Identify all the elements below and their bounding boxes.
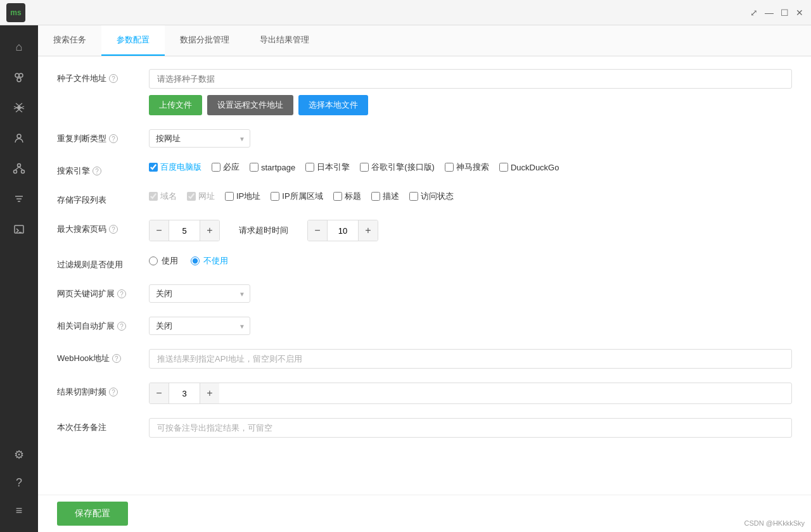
upload-file-button[interactable]: 上传文件 [149,95,202,115]
close-button[interactable]: ✕ [795,8,805,18]
svg-line-11 [21,108,24,109]
seed-file-help-icon[interactable]: ? [109,74,118,83]
svg-point-13 [18,164,21,167]
move-icon[interactable]: ⤢ [749,8,759,18]
maximize-button[interactable]: ☐ [779,8,789,18]
filter-rule-use-label: 使用 [162,255,178,267]
filter-rule-use-radio[interactable] [149,256,158,265]
webhook-input[interactable] [149,349,792,369]
minimize-button[interactable]: — [764,8,774,18]
keyword-expand-help-icon[interactable]: ? [117,289,126,298]
tab-export-results[interactable]: 导出结果管理 [245,25,324,56]
dedup-type-select[interactable]: 按网址 按域名 按标题 [149,129,250,148]
set-remote-file-button[interactable]: 设置远程文件地址 [207,95,293,115]
engine-baidu-checkbox[interactable] [149,163,158,172]
sidebar-item-terminal[interactable] [6,217,32,242]
keyword-expand-select[interactable]: 关闭 开启 [149,284,250,303]
max-pages-control: − + 请求超时时间 − + [149,220,792,241]
field-visit-status-label: 访问状态 [421,191,454,202]
filter-rule-nouse-radio[interactable] [191,256,200,265]
timeout-decrement-button[interactable]: − [308,220,327,241]
bottom-bar: 保存配置 [38,495,811,532]
filter-rule-use[interactable]: 使用 [149,255,178,267]
engine-japan-checkbox[interactable] [305,163,314,172]
svg-line-10 [14,108,17,109]
field-ip-region[interactable]: IP所属区域 [271,191,322,202]
engine-startpage[interactable]: startpage [250,163,295,172]
tab-search-task[interactable]: 搜索任务 [38,25,101,56]
related-expand-label: 相关词自动扩展 ? [57,317,149,332]
cut-freq-decrement-button[interactable]: − [150,383,169,403]
sidebar-item-help[interactable]: ? [6,470,32,495]
filter-rule-row: 过滤规则是否使用 使用 不使用 [57,255,792,270]
engine-google-checkbox[interactable] [360,163,369,172]
field-ip-region-checkbox[interactable] [271,192,279,201]
svg-line-5 [19,103,22,106]
engine-shenma[interactable]: 神马搜索 [445,162,489,173]
field-url: 网址 [187,191,215,202]
field-desc-checkbox[interactable] [371,192,380,201]
related-expand-select[interactable]: 关闭 开启 [149,317,250,335]
engine-japan[interactable]: 日本引擎 [305,162,350,173]
field-title-checkbox[interactable] [333,192,342,201]
engine-duckduckgo-checkbox[interactable] [499,163,508,172]
engine-baidu[interactable]: 百度电脑版 [149,162,201,173]
engine-google[interactable]: 谷歌引擎(接口版) [360,162,435,173]
task-note-input[interactable] [149,418,792,438]
sidebar-item-person[interactable] [6,125,32,151]
tab-param-config[interactable]: 参数配置 [101,25,165,56]
engine-duckduckgo[interactable]: DuckDuckGo [499,163,559,172]
engine-shenma-checkbox[interactable] [445,163,454,172]
seed-file-input[interactable] [149,69,792,89]
cut-freq-label: 结果切割时频 ? [57,383,149,398]
sidebar-item-home[interactable]: ⌂ [6,34,32,60]
field-url-label: 网址 [198,191,215,202]
cut-freq-increment-button[interactable]: + [200,383,219,403]
filter-rule-nouse[interactable]: 不使用 [191,255,228,267]
field-domain: 域名 [149,191,177,202]
webhook-help-icon[interactable]: ? [112,354,121,363]
titlebar: ms ⤢ — ☐ ✕ [0,0,811,25]
search-engine-row: 搜索引擎 ? 百度电脑版 必应 [57,162,792,177]
sidebar-item-menu[interactable]: ≡ [6,498,32,523]
max-pages-decrement-button[interactable]: − [150,220,169,241]
save-config-button[interactable]: 保存配置 [57,502,128,526]
sidebar-item-settings[interactable]: ⚙ [6,442,32,467]
stepper-row: − + 请求超时时间 − + [149,220,792,241]
engine-startpage-label: startpage [261,163,295,172]
field-title[interactable]: 标题 [333,191,361,202]
cut-freq-value[interactable] [169,383,200,403]
cut-freq-help-icon[interactable]: ? [109,388,118,396]
engine-bing-checkbox[interactable] [212,163,220,172]
engine-baidu-label: 百度电脑版 [160,162,201,173]
search-engine-help-icon[interactable]: ? [93,167,101,175]
engine-bing[interactable]: 必应 [212,162,239,173]
field-desc[interactable]: 描述 [371,191,399,202]
sidebar-item-group[interactable] [6,65,32,90]
field-ip-checkbox[interactable] [225,192,234,201]
sidebar-item-spider[interactable] [6,95,32,120]
tab-data-batch[interactable]: 数据分批管理 [165,25,245,56]
timeout-increment-button[interactable]: + [359,220,378,241]
max-pages-value[interactable] [169,220,200,241]
select-local-file-button[interactable]: 选择本地文件 [298,95,368,115]
engine-startpage-checkbox[interactable] [250,163,259,172]
max-pages-help-icon[interactable]: ? [109,225,118,234]
app-logo: ms [6,3,25,22]
field-visit-status[interactable]: 访问状态 [409,191,454,202]
field-visit-status-checkbox[interactable] [409,192,418,201]
field-ip[interactable]: IP地址 [225,191,260,202]
timeout-stepper: − + [307,220,378,241]
field-domain-checkbox [149,192,158,201]
svg-point-14 [14,170,17,174]
cut-freq-stepper: − + [149,383,792,404]
sidebar-item-filter[interactable] [6,186,32,212]
dedup-type-help-icon[interactable]: ? [109,134,118,143]
timeout-value[interactable] [327,220,359,241]
sidebar-item-share[interactable] [6,156,32,181]
related-expand-help-icon[interactable]: ? [117,322,126,331]
filter-rule-control: 使用 不使用 [149,255,792,267]
storage-fields-control: 域名 网址 IP地址 IP所属区域 [149,191,792,202]
svg-point-3 [17,106,21,110]
max-pages-increment-button[interactable]: + [200,220,219,241]
